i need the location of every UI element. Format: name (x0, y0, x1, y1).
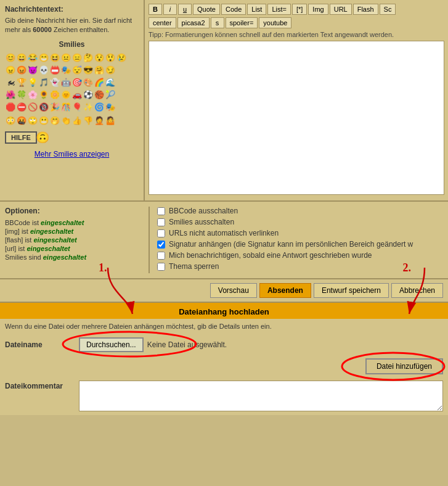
list-item-btn[interactable]: [*] (292, 4, 307, 15)
smiley[interactable]: 😠 (5, 65, 16, 76)
smiley[interactable]: 🚗 (71, 89, 83, 101)
smiley[interactable]: 👻 (49, 77, 60, 88)
message-textarea[interactable] (149, 41, 444, 195)
smiley[interactable]: 😊 (5, 52, 16, 64)
smiley[interactable]: 👎 (83, 115, 94, 126)
preview-btn[interactable]: Vorschau (210, 283, 257, 298)
smiley[interactable]: 😎 (83, 65, 94, 76)
smilies-off-checkbox[interactable] (157, 218, 165, 226)
lock-topic-checkbox[interactable] (157, 263, 165, 271)
smiley[interactable]: 💀 (38, 65, 49, 76)
smiley[interactable]: 😲 (105, 52, 116, 64)
smiley[interactable]: 🌀 (94, 102, 105, 113)
file-comment-input[interactable] (79, 381, 443, 411)
smiley[interactable]: 😡 (16, 65, 27, 76)
smiley[interactable]: 👏 (60, 115, 71, 126)
smiley[interactable]: 🤬 (16, 115, 27, 126)
smiley[interactable]: ⛔ (16, 102, 27, 113)
list-btn[interactable]: List (247, 4, 266, 15)
smiley[interactable]: 👍 (71, 115, 83, 126)
smiley[interactable]: 😳 (5, 115, 16, 126)
smiley[interactable]: 😴 (71, 65, 83, 76)
smiley[interactable]: 🏍 (5, 77, 16, 88)
notify-checkbox[interactable] (157, 252, 165, 260)
youtube-btn[interactable]: youtube (259, 17, 291, 28)
smiley[interactable]: 🎭 (105, 102, 116, 113)
sc-btn[interactable]: Sc (380, 4, 396, 15)
smiley[interactable]: 🍀 (16, 89, 27, 101)
underline-btn[interactable]: u (178, 4, 192, 15)
mehr-smilies-link[interactable]: Mehr Smilies anzeigen (35, 150, 109, 159)
smiley[interactable]: 🌻 (38, 89, 49, 101)
s-btn[interactable]: s (211, 17, 224, 28)
smiley[interactable]: 🎾 (105, 89, 116, 101)
smiley[interactable]: 🎨 (83, 77, 94, 88)
code-btn[interactable]: Code (221, 4, 246, 15)
smiley[interactable]: ✨ (83, 102, 94, 113)
italic-btn[interactable]: i (163, 4, 177, 15)
smiley[interactable]: 🤗 (94, 65, 105, 76)
smiley[interactable]: 🙄 (27, 115, 38, 126)
smiley[interactable]: 😬 (38, 115, 49, 126)
smiley[interactable]: 🌸 (27, 89, 38, 101)
attach-sig-label: Signatur anhängen (die Signatur kann im … (169, 240, 413, 249)
smiley[interactable]: 🌺 (5, 89, 16, 101)
smiley[interactable]: 😐 (60, 52, 71, 64)
smiley[interactable]: 🌈 (94, 77, 105, 88)
browse-btn[interactable]: Durchsuchen... (79, 337, 144, 352)
smiley[interactable]: 😢 (116, 52, 127, 64)
smiley[interactable]: 🌼 (49, 89, 60, 101)
smilies-hilfe-row: HILFE 🙃 (5, 129, 139, 146)
smiley[interactable]: 🎭 (60, 65, 71, 76)
smiley[interactable]: 🎯 (71, 77, 83, 88)
center-btn[interactable]: center (149, 17, 176, 28)
smiley[interactable]: 🌊 (105, 77, 116, 88)
file-upload-controls: Durchsuchen... Keine Datei ausgewählt. (79, 337, 443, 352)
smiley[interactable]: 🔞 (38, 102, 49, 113)
smilies-row-4: 🌺 🍀 🌸 🌻 🌼 🌞 🚗 ⚽ 🏀 🎾 (5, 89, 139, 101)
smiley[interactable]: 🤖 (60, 77, 71, 88)
flash-btn[interactable]: Flash (353, 4, 378, 15)
url-btn[interactable]: URL (330, 4, 352, 15)
attach-sig-checkbox[interactable] (157, 241, 165, 249)
submit-btn[interactable]: Absenden (259, 283, 311, 298)
smiley[interactable]: 🎵 (38, 77, 49, 88)
bold-btn[interactable]: B (149, 4, 162, 15)
img-btn[interactable]: Img (308, 4, 328, 15)
smiley[interactable]: 🤭 (49, 115, 60, 126)
smiley[interactable]: 🤔 (83, 52, 94, 64)
smiley[interactable]: 😁 (38, 52, 49, 64)
smiley[interactable]: 🎊 (60, 102, 71, 113)
smiley[interactable]: 🤦 (94, 115, 105, 126)
smiley[interactable]: 🙃 (37, 132, 48, 143)
smiley[interactable]: 🤷 (105, 115, 116, 126)
options-title: Optionen: (5, 207, 144, 215)
smiley[interactable]: 📛 (49, 65, 60, 76)
smiley[interactable]: 🛑 (5, 102, 16, 113)
hilfe-btn[interactable]: HILFE (5, 131, 37, 144)
spoiler-btn[interactable]: spoiler= (226, 17, 258, 28)
no-auto-url-checkbox[interactable] (157, 229, 165, 237)
smiley[interactable]: 😑 (71, 52, 83, 64)
add-file-btn[interactable]: Datei hinzufügen (365, 358, 443, 374)
smiley[interactable]: 😆 (49, 52, 60, 64)
smiley[interactable]: 🎉 (49, 102, 60, 113)
picasa2-btn[interactable]: picasa2 (177, 17, 210, 28)
smiley[interactable]: 😂 (27, 52, 38, 64)
smiley[interactable]: 🌞 (60, 89, 71, 101)
smiley[interactable]: 😄 (16, 52, 27, 64)
smiley[interactable]: ⚽ (83, 89, 94, 101)
smiley[interactable]: 😯 (94, 52, 105, 64)
smiley[interactable]: 😏 (105, 65, 116, 76)
list-eq-btn[interactable]: List= (267, 4, 291, 15)
smiley[interactable]: 🚫 (27, 102, 38, 113)
smiley[interactable]: 👿 (27, 65, 38, 76)
smiley[interactable]: 🏀 (94, 89, 105, 101)
smiley[interactable]: 🏆 (16, 77, 27, 88)
bbcode-off-checkbox[interactable] (157, 207, 165, 215)
quote-btn[interactable]: Quote (193, 4, 220, 15)
save-draft-btn[interactable]: Entwurf speichern (314, 283, 389, 298)
smiley[interactable]: 💡 (27, 77, 38, 88)
smiley[interactable]: 🎈 (71, 102, 83, 113)
cancel-btn[interactable]: Abbrechen (391, 283, 443, 298)
